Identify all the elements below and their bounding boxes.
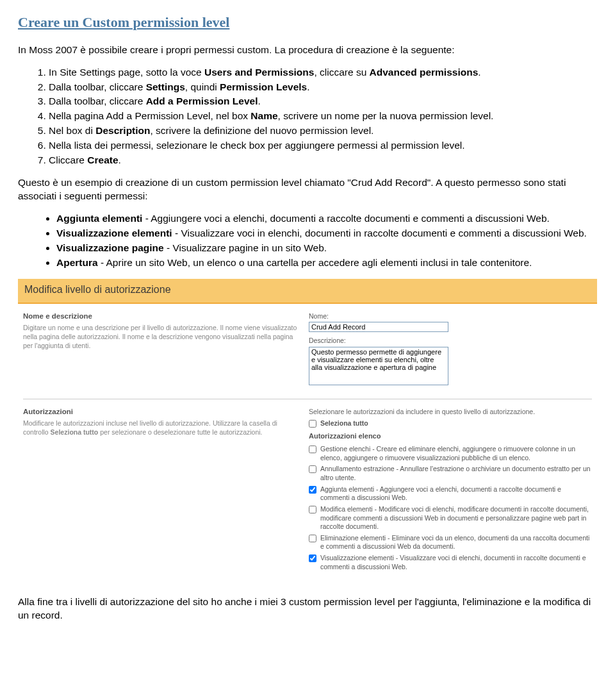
- sp-title: Modifica livello di autorizzazione: [18, 279, 597, 304]
- sp-auth-desc: Modificare le autorizzazioni incluse nel…: [23, 419, 299, 437]
- sp-name-desc: Digitare un nome e una descrizione per i…: [23, 323, 299, 351]
- sp-auth-section: Autorizzazioni Modificare le autorizzazi…: [18, 401, 597, 580]
- sp-auth-desc-post: per selezionare o deselezionare tutte le…: [98, 428, 262, 436]
- sp-perm-checkbox[interactable]: [309, 506, 316, 513]
- sp-auth-note: Selezionare le autorizzazioni da include…: [309, 407, 592, 416]
- sp-auth-heading: Autorizzazioni: [23, 407, 299, 417]
- sp-perm-text: Visualizzazione elementi - Visualizzare …: [320, 554, 592, 571]
- sp-name-input[interactable]: [309, 322, 448, 332]
- steps-list: In Site Settings page, sotto la voce Use…: [18, 66, 597, 167]
- step-item: Nella pagina Add a Permission Level, nel…: [49, 110, 597, 123]
- sp-perm-list: Gestione elenchi - Creare ed eliminare e…: [309, 445, 592, 571]
- sp-select-all-label: Seleziona tutto: [320, 419, 368, 427]
- sharepoint-screenshot: Modifica livello di autorizzazione Nome …: [18, 279, 597, 581]
- sp-perm-text: Modifica elementi - Modificare voci di e…: [320, 505, 592, 531]
- sp-name-section: Nome e descrizione Digitare un nome e un…: [18, 305, 597, 397]
- sp-perm-row: Gestione elenchi - Creare ed eliminare e…: [309, 445, 592, 462]
- sp-auth-desc-bold: Seleziona tutto: [51, 428, 99, 436]
- sp-perm-text: Annullamento estrazione - Annullare l'es…: [320, 465, 592, 482]
- sp-perm-category: Autorizzazioni elenco: [309, 431, 592, 441]
- sp-perm-checkbox[interactable]: [309, 486, 316, 494]
- step-item: In Site Settings page, sotto la voce Use…: [49, 66, 597, 79]
- sp-divider: [23, 399, 592, 399]
- sp-perm-checkbox[interactable]: [309, 554, 316, 562]
- bullet-item: Apertura - Aprire un sito Web, un elenco…: [56, 256, 597, 270]
- permission-bullets: Aggiunta elementi - Aggiungere voci a el…: [18, 212, 597, 270]
- sp-perm-row: Annullamento estrazione - Annullare l'es…: [309, 465, 592, 482]
- bullet-item: Visualizzazione elementi - Visualizzare …: [56, 227, 597, 240]
- sp-name-label: Nome:: [309, 312, 592, 321]
- page-title: Creare un Custom permission level: [18, 13, 597, 32]
- sp-perm-text: Eliminazione elementi - Eliminare voci d…: [320, 534, 592, 551]
- sp-select-all-row: Seleziona tutto: [309, 419, 592, 428]
- sp-perm-row: Modifica elementi - Modificare voci di e…: [309, 505, 592, 531]
- example-paragraph: Questo è un esempio di creazione di un c…: [18, 176, 597, 203]
- intro-paragraph: In Moss 2007 è possibile creare i propri…: [18, 44, 597, 57]
- sp-perm-row: Visualizzazione elementi - Visualizzare …: [309, 554, 592, 571]
- sp-select-all-checkbox[interactable]: [309, 420, 316, 428]
- bullet-item: Aggiunta elementi - Aggiungere voci a el…: [56, 212, 597, 226]
- step-item: Nel box di Description, scrivere la defi…: [49, 124, 597, 138]
- sp-perm-checkbox[interactable]: [309, 535, 316, 542]
- sp-name-heading: Nome e descrizione: [23, 312, 299, 322]
- step-item: Dalla toolbar, cliccare Settings, quindi…: [49, 81, 597, 94]
- sp-perm-checkbox[interactable]: [309, 446, 316, 453]
- sp-desc-label: Descrizione:: [309, 336, 592, 345]
- bullet-item: Visualizzazione pagine - Visualizzare pa…: [56, 242, 597, 255]
- step-item: Cliccare Create.: [49, 154, 597, 167]
- closing-paragraph: Alla fine tra i livelli di autorizzazion…: [18, 596, 597, 622]
- sp-perm-row: Aggiunta elementi - Aggiungere voci a el…: [309, 485, 592, 503]
- step-item: Nella lista dei permessi, selezionare le…: [49, 139, 597, 153]
- sp-perm-row: Eliminazione elementi - Eliminare voci d…: [309, 534, 592, 551]
- sp-perm-text: Gestione elenchi - Creare ed eliminare e…: [320, 445, 592, 462]
- sp-perm-text: Aggiunta elementi - Aggiungere voci a el…: [320, 485, 592, 503]
- sp-perm-checkbox[interactable]: [309, 465, 316, 473]
- step-item: Dalla toolbar, cliccare Add a Permission…: [49, 95, 597, 108]
- sp-desc-textarea[interactable]: [309, 347, 448, 385]
